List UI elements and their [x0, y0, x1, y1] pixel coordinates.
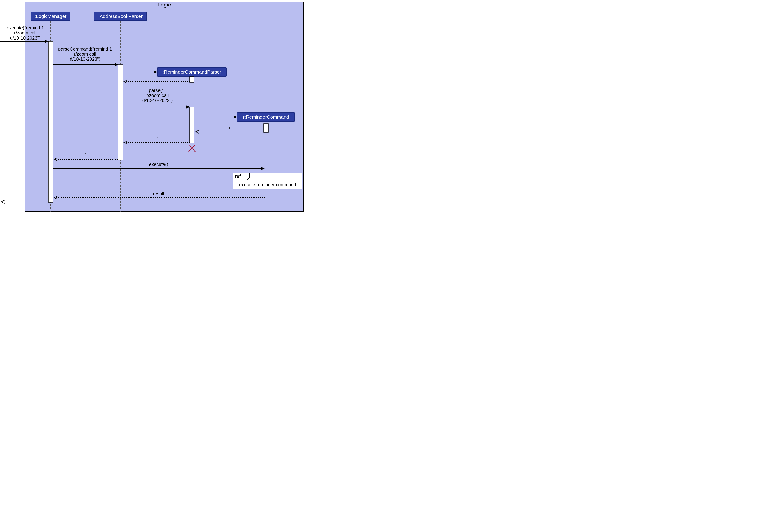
activation-logicmanager — [48, 41, 53, 202]
msg-parsecommand-line1: parseCommand("remind 1 — [58, 46, 112, 52]
msg-parse-line1: parse("1 — [149, 88, 166, 93]
sequence-diagram: Logic :LogicManager :AddressBookParser :… — [0, 0, 306, 214]
msg-execute-line2: r/zoom call — [14, 30, 36, 35]
activation-addressbookparser — [118, 65, 123, 160]
msg-return-r2: r — [157, 136, 158, 141]
msg-return-r1: r — [229, 125, 231, 130]
activation-remindercommand-1 — [264, 124, 268, 132]
msg-return-r3: r — [84, 152, 86, 157]
msg-parse-line3: d/10-10-2023") — [142, 98, 173, 103]
ref-label: ref — [235, 174, 241, 179]
msg-execute-line3: d/10-10-2023") — [10, 35, 41, 40]
msg-parse-line2: r/zoom call — [147, 93, 169, 98]
activation-remindercommandparser-2 — [190, 107, 194, 143]
participant-remindercommandparser-label: :ReminderCommandParser — [162, 69, 221, 74]
activation-remindercommandparser-1 — [190, 76, 194, 82]
participant-remindercommand-label: r:ReminderCommand — [243, 114, 289, 120]
msg-result: result — [153, 191, 164, 196]
ref-text: execute reminder command — [239, 182, 296, 187]
msg-execute-line1: execute("remind 1 — [7, 25, 44, 30]
participant-logicmanager-label: :LogicManager — [35, 13, 67, 19]
participant-addressbookparser-label: :AddressBookParser — [98, 13, 143, 19]
msg-parsecommand-line3: d/10-10-2023") — [70, 57, 100, 62]
msg-parsecommand-line2: r/zoom call — [74, 52, 96, 57]
msg-execute2: execute() — [149, 162, 168, 167]
frame-title: Logic — [157, 2, 171, 8]
